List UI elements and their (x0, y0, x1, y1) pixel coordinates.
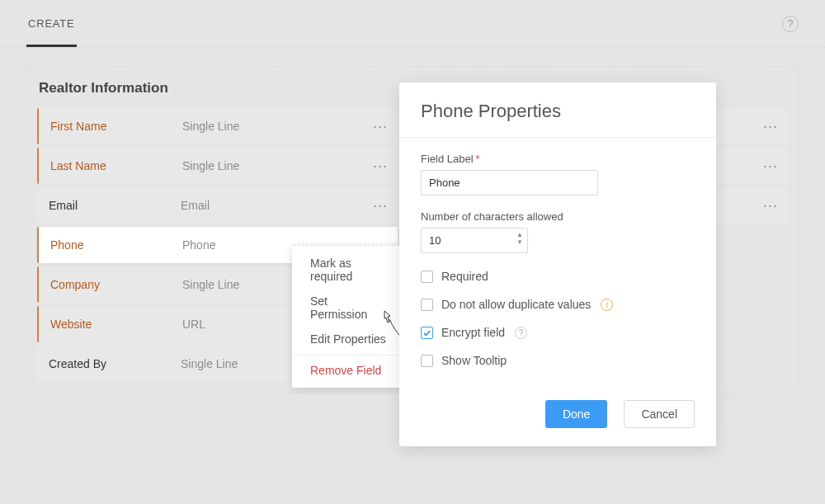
char-count-label: Number of characters allowed (421, 210, 695, 223)
field-label: Last Name (50, 159, 182, 172)
encrypt-checkbox-row[interactable]: Encrypt field ? (421, 326, 695, 339)
char-count-input[interactable] (421, 228, 528, 253)
modal-body: Field Label* Number of characters allowe… (399, 138, 716, 389)
more-icon[interactable]: ··· (371, 187, 389, 224)
field-label: Company (50, 278, 182, 291)
checkbox-icon[interactable] (421, 271, 433, 283)
no-dupe-label: Do not allow duplicate values (441, 298, 591, 311)
field-type: Email (181, 199, 210, 212)
modal-footer: Done Cancel (399, 389, 716, 446)
field-row[interactable]: Last Name Single Line ··· (37, 148, 398, 184)
field-type: Single Line (182, 159, 239, 172)
more-icon[interactable]: ··· (761, 148, 780, 184)
tab-create[interactable]: CREATE (26, 1, 77, 47)
field-label-label: Field Label* (421, 153, 695, 165)
field-type: Single Line (182, 278, 239, 291)
field-label: Phone (50, 238, 182, 252)
done-button[interactable]: Done (545, 400, 607, 428)
required-checkbox-row[interactable]: Required (421, 270, 695, 283)
no-dupe-checkbox-row[interactable]: Do not allow duplicate values i (421, 298, 695, 311)
modal-header: Phone Properties (399, 82, 716, 138)
properties-modal: Phone Properties Field Label* Number of … (399, 82, 716, 446)
modal-title: Phone Properties (421, 101, 695, 122)
checkbox-icon[interactable] (421, 299, 433, 311)
ctx-mark-required[interactable]: Mark as required (292, 251, 404, 289)
field-row[interactable]: First Name Single Line ··· (37, 108, 398, 144)
stepper-icon[interactable]: ▲▼ (516, 231, 523, 246)
field-label: First Name (50, 120, 182, 133)
field-label: Email (49, 199, 181, 212)
help-icon[interactable]: ? (515, 327, 527, 339)
field-type: Single Line (182, 120, 239, 133)
info-icon[interactable]: i (601, 299, 613, 311)
checkbox-icon[interactable] (421, 355, 433, 367)
field-label: Website (50, 318, 182, 331)
more-icon[interactable]: ··· (761, 108, 780, 144)
more-icon[interactable]: ··· (371, 108, 389, 144)
cancel-button[interactable]: Cancel (624, 400, 695, 428)
field-label: Created By (49, 357, 181, 370)
ctx-set-permission[interactable]: Set Permission (292, 289, 404, 327)
checkbox-icon[interactable] (421, 327, 433, 339)
ctx-edit-properties[interactable]: Edit Properties (292, 327, 404, 351)
help-icon[interactable]: ? (782, 16, 799, 32)
field-row[interactable]: Email Email ··· (37, 187, 398, 224)
tooltip-label: Show Tooltip (441, 354, 507, 367)
field-type: Phone (182, 238, 215, 252)
encrypt-label: Encrypt field (441, 326, 505, 339)
tooltip-checkbox-row[interactable]: Show Tooltip (421, 354, 695, 367)
field-type: Single Line (181, 357, 238, 370)
page-header: CREATE ? (0, 0, 825, 48)
more-icon[interactable]: ··· (371, 148, 389, 184)
field-type: URL (182, 318, 205, 331)
more-icon[interactable]: ··· (761, 187, 780, 224)
ctx-remove-field[interactable]: Remove Field (292, 355, 404, 383)
context-menu: Mark as required Set Permission Edit Pro… (292, 245, 404, 388)
required-label: Required (441, 270, 488, 283)
field-label-input[interactable] (421, 170, 598, 195)
